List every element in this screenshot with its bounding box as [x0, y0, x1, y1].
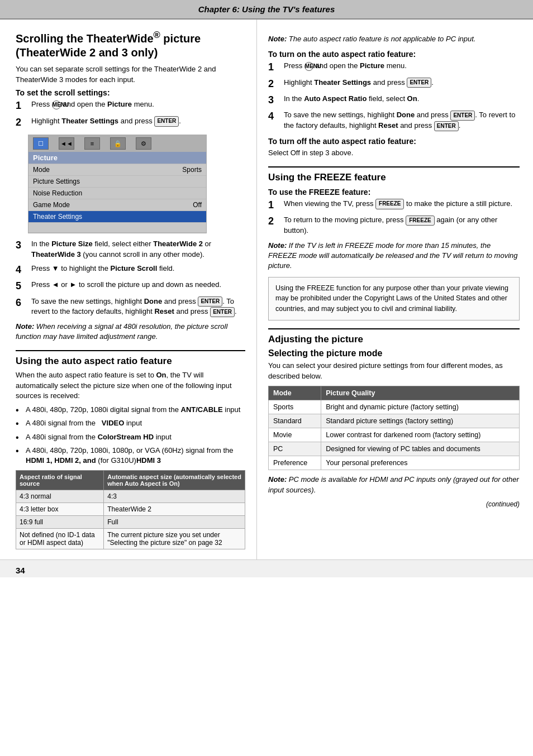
section1-steps-cont: 3 In the Picture Size field, select eith… [16, 239, 245, 317]
step-3: 3 In the Picture Size field, select eith… [16, 239, 245, 260]
auto-on-step-2: 2 Highlight Theater Settings and press E… [268, 78, 520, 90]
enter-btn-auto-4a: ENTER [450, 111, 475, 121]
auto-off-heading: To turn off the auto aspect ratio featur… [268, 137, 520, 146]
freeze-step-1: 1 When viewing the TV, press FREEZE to m… [268, 199, 520, 212]
menu-icon-5: ⚙ [136, 137, 151, 150]
menu-icon-4: 🔒 [110, 137, 126, 150]
enter-btn-auto-4b: ENTER [434, 121, 459, 132]
auto-off-text: Select Off in step 3 above. [268, 148, 520, 159]
menu-icon-2: ◄◄ [59, 137, 74, 150]
page-number: 34 [0, 559, 533, 577]
bullet-1: • A 480i, 480p, 720p, 1080i digital sign… [16, 405, 245, 415]
menu-row-picture-settings: Picture Settings [28, 176, 206, 188]
section1-steps: 1 Press MENU and open the Picture menu. … [16, 99, 245, 129]
step-1: 1 Press MENU and open the Picture menu. [16, 99, 245, 112]
menu-row-game: Game ModeOff [28, 199, 206, 211]
freeze-step-2: 2 To return to the moving picture, press… [268, 215, 520, 236]
aspect-row-4: Not defined (no ID-1 data or HDMI aspect… [16, 529, 245, 549]
menu-icon-auto-1: MENU [304, 62, 313, 71]
freeze-btn-2: FREEZE [406, 216, 434, 226]
section1-note: Note: When receiving a signal at 480i re… [16, 322, 245, 342]
picture-row-preference: Preference Your personal preferences [269, 456, 520, 470]
section1-intro: You can set separate scroll settings for… [16, 64, 245, 85]
auto-on-step-3: 3 In the Auto Aspect Ratio field, select… [268, 94, 520, 107]
picture-row-sports: Sports Bright and dynamic picture (facto… [269, 400, 520, 414]
step-5: 5 Press ◄ or ► to scroll the picture up … [16, 280, 245, 293]
note-top: Note: The auto aspect ratio feature is n… [268, 34, 520, 44]
enter-btn-6a: ENTER [198, 296, 222, 307]
bullet-2: • A 480i signal from the VIDEO input [16, 418, 245, 429]
aspect-row-2: 4:3 letter box TheaterWide 2 [16, 503, 245, 516]
step-4: 4 Press ▼ to highlight the Picture Scrol… [16, 264, 245, 276]
menu-row-empty [28, 223, 206, 233]
menu-body: Picture ModeSports Picture Settings Nois… [28, 152, 206, 233]
picture-mode-title: Selecting the picture mode [268, 348, 520, 358]
section2-intro: When the auto aspect ratio feature is se… [16, 370, 245, 402]
aspect-row-3: 16:9 full Full [16, 516, 245, 529]
page-header: Chapter 6: Using the TV's features [0, 0, 533, 20]
menu-top-bar: ☐ ◄◄ ≡ 🔒 ⚙ [28, 135, 206, 152]
picture-table: Mode Picture Quality Sports Bright and d… [268, 386, 520, 470]
picture-col2-header: Picture Quality [321, 386, 520, 400]
copyright-text: Using the FREEZE function for any purpos… [275, 284, 508, 313]
enter-btn-2: ENTER [154, 116, 179, 127]
menu-icon-3: ≡ [84, 137, 100, 150]
left-column: Scrolling the TheaterWide® picture (Thea… [0, 20, 257, 559]
menu-row-noise: Noise Reduction [28, 188, 206, 199]
freeze-btn-1: FREEZE [375, 199, 404, 209]
auto-on-steps: 1 Press MENU and open the Picture menu. … [268, 61, 520, 131]
right-column: Note: The auto aspect ratio feature is n… [257, 20, 533, 559]
continued-text: (continued) [268, 500, 520, 509]
freeze-heading: To use the FREEZE feature: [268, 188, 520, 197]
bullet-list: • A 480i, 480p, 720p, 1080i digital sign… [16, 405, 245, 466]
menu-icon-1: MENU [52, 101, 61, 109]
picture-col1-header: Mode [269, 386, 321, 400]
menu-row-mode: ModeSports [28, 164, 206, 176]
step-2: 2 Highlight Theater Settings and press E… [16, 116, 245, 129]
adjusting-title: Adjusting the picture [268, 328, 520, 345]
auto-on-step-1: 1 Press MENU and open the Picture menu. [268, 61, 520, 74]
menu-row-picture: Picture [28, 152, 206, 164]
picture-mode-intro: You can select your desired picture sett… [268, 361, 520, 382]
copyright-box: Using the FREEZE function for any purpos… [268, 277, 520, 320]
step-6: 6 To save the new settings, highlight Do… [16, 296, 245, 318]
section2-title: Using the auto aspect ratio feature [16, 350, 245, 367]
auto-on-step-4: 4 To save the new settings, highlight Do… [268, 110, 520, 131]
aspect-col2-header: Automatic aspect size (automatically sel… [104, 471, 245, 490]
section1-title: Scrolling the TheaterWide® picture (Thea… [16, 30, 245, 60]
enter-btn-auto-2: ENTER [407, 78, 431, 88]
aspect-table: Aspect ratio of signal source Automatic … [16, 470, 245, 549]
freeze-steps: 1 When viewing the TV, press FREEZE to m… [268, 199, 520, 236]
scroll-settings-heading: To set the scroll settings: [16, 88, 245, 97]
picture-note: Note: PC mode is available for HDMI and … [268, 475, 520, 495]
picture-row-movie: Movie Lower contrast for darkened room (… [269, 428, 520, 442]
aspect-col1-header: Aspect ratio of signal source [16, 471, 104, 490]
picture-row-standard: Standard Standard picture settings (fact… [269, 414, 520, 428]
bullet-3: • A 480i signal from the ColorStream HD … [16, 432, 245, 443]
auto-on-heading: To turn on the auto aspect ratio feature… [268, 50, 520, 59]
header-title: Chapter 6: Using the TV's features [198, 4, 335, 14]
menu-row-theater: Theater Settings [28, 211, 206, 223]
menu-screenshot: ☐ ◄◄ ≡ 🔒 ⚙ Picture ModeSports Picture Se… [28, 135, 207, 233]
aspect-row-1: 4:3 normal 4:3 [16, 490, 245, 503]
freeze-title: Using the FREEZE feature [268, 166, 520, 183]
enter-btn-6b: ENTER [210, 307, 235, 318]
freeze-note: Note: If the TV is left in FREEZE mode f… [268, 241, 520, 271]
picture-row-pc: PC Designed for viewing of PC tables and… [269, 442, 520, 456]
bullet-4: • A 480i, 480p, 720p, 1080i, 1080p, or V… [16, 446, 245, 466]
menu-icon-picture: ☐ [33, 137, 49, 150]
